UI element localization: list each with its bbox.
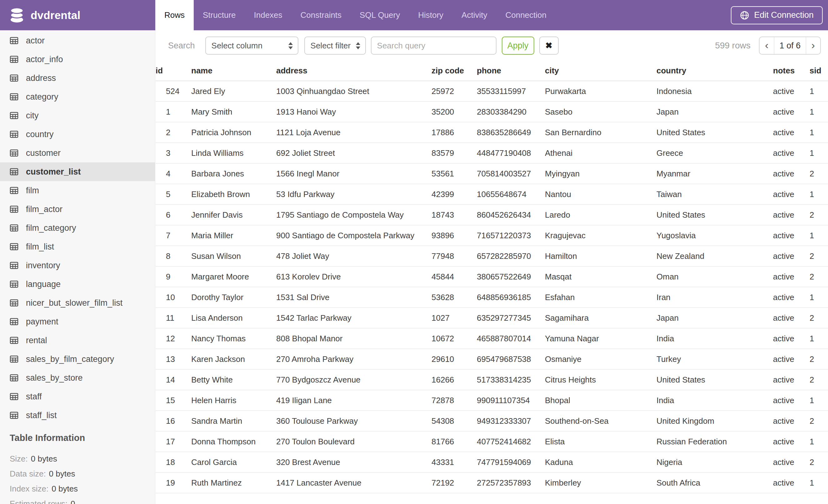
cell-phone: 716571220373 [477,225,545,246]
column-header[interactable]: city [545,61,657,81]
next-page-button[interactable]: › [806,37,820,54]
cell-notes: active [773,143,810,163]
tab[interactable]: Constraints [292,0,351,30]
pagination-control: ‹ 1 of 6 › [759,37,821,55]
cell-sid: 2 [810,204,828,225]
table-row[interactable]: 13 Karen Jackson 270 Amroha Parkway 2961… [156,349,828,369]
sidebar-item-table[interactable]: city [0,106,155,125]
cell-sid: 2 [810,163,828,184]
page-indicator: 1 of 6 [774,37,806,54]
sidebar-item-table[interactable]: customer_list [0,163,155,181]
sidebar-item-table[interactable]: country [0,125,155,144]
table-row[interactable]: 14 Betty White 770 Bydgoszcz Avenue 1626… [156,369,828,390]
sidebar-item-table[interactable]: staff [0,387,155,406]
tab[interactable]: Rows [155,0,194,30]
search-label: Search [168,41,195,51]
edit-connection-button[interactable]: Edit Connection [731,6,823,25]
column-header[interactable]: phone [477,61,545,81]
table-row[interactable]: 17 Donna Thompson 270 Toulon Boulevard 8… [156,431,828,452]
cell-notes: active [773,163,810,184]
table-row[interactable]: 6 Jennifer Davis 1795 Santiago de Compos… [156,204,828,225]
table-row[interactable]: 19 Ruth Martinez 1417 Lancaster Avenue 7… [156,472,828,493]
cell-name: Linda Williams [191,143,276,163]
cell-notes: active [773,101,810,122]
table-row[interactable]: 12 Nancy Thomas 808 Bhopal Manor 10672 4… [156,328,828,349]
table-row[interactable]: 11 Lisa Anderson 1542 Tarlac Parkway 102… [156,308,828,328]
sidebar-item-table[interactable]: actor_info [0,50,155,69]
sidebar-item-table[interactable]: film [0,181,155,200]
sidebar-item-table[interactable]: film_actor [0,200,155,219]
tab[interactable]: History [409,0,452,30]
table-row[interactable]: 15 Helen Harris 419 Iligan Lane 72878 99… [156,390,828,411]
cell-address: 613 Korolev Drive [276,266,431,287]
sidebar-item-table[interactable]: language [0,275,155,293]
tab-label: Activity [461,10,487,20]
sidebar-item-table[interactable]: category [0,87,155,106]
select-column-dropdown[interactable]: Select column [205,37,298,55]
cell-country: South Africa [657,472,773,493]
table-icon [9,111,19,120]
cell-address: 770 Bydgoszcz Avenue [276,369,431,390]
column-header[interactable]: sid [810,61,828,81]
select-filter-dropdown[interactable]: Select filter [304,37,366,55]
apply-button[interactable]: Apply [502,37,534,55]
cell-id: 12 [156,328,191,349]
cell-notes: active [773,431,810,452]
cell-zip-code: 29610 [431,349,477,369]
column-header[interactable]: country [657,61,773,81]
column-header[interactable]: notes [773,61,810,81]
clear-search-button[interactable]: ✖ [539,37,559,55]
column-header[interactable]: id [156,61,191,81]
column-header[interactable]: address [276,61,431,81]
cell-name: Lisa Anderson [191,308,276,328]
sidebar-item-table[interactable]: staff_list [0,406,155,425]
sidebar-item-table[interactable]: nicer_but_slower_film_list [0,293,155,312]
sidebar-item-table[interactable]: actor [0,31,155,50]
cell-notes: active [773,184,810,204]
column-header[interactable]: name [191,61,276,81]
tab[interactable]: Activity [452,0,496,30]
app-window: dvdrental Rows Structure Indexes Constra… [0,0,828,504]
table-name-label: film_category [26,223,76,233]
cell-id: 17 [156,431,191,452]
table-row[interactable]: 5 Elizabeth Brown 53 Idfu Parkway 42399 … [156,184,828,204]
table-row[interactable]: 9 Margaret Moore 613 Korolev Drive 45844… [156,266,828,287]
table-row[interactable]: 4 Barbara Jones 1566 Inegl Manor 53561 7… [156,163,828,184]
cell-notes: active [773,225,810,246]
sidebar-item-table[interactable]: payment [0,312,155,331]
cell-city: Citrus Heights [545,369,657,390]
tab[interactable]: Indexes [245,0,292,30]
sidebar-item-table[interactable]: customer [0,144,155,163]
table-row[interactable]: 1 Mary Smith 1913 Hanoi Way 35200 283033… [156,101,828,122]
cell-phone: 28303384290 [477,101,545,122]
tab[interactable]: Connection [496,0,555,30]
sidebar-item-table[interactable]: inventory [0,256,155,275]
cell-sid: 1 [810,431,828,452]
table-row[interactable]: 2 Patricia Johnson 1121 Loja Avenue 1788… [156,122,828,143]
tab[interactable]: Structure [194,0,245,30]
cell-country: United States [657,122,773,143]
table-row[interactable]: 524 Jared Ely 1003 Qinhuangdao Street 25… [156,81,828,101]
sidebar-item-table[interactable]: address [0,69,155,87]
tab[interactable]: SQL Query [350,0,409,30]
cell-city: Sasebo [545,101,657,122]
cell-address: 270 Toulon Boulevard [276,431,431,452]
table-row[interactable]: 8 Susan Wilson 478 Joliet Way 77948 6572… [156,246,828,266]
sidebar-item-table[interactable]: rental [0,331,155,350]
table-row[interactable]: 16 Sandra Martin 360 Toulouse Parkway 54… [156,411,828,431]
table-row[interactable]: 10 Dorothy Taylor 1531 Sal Drive 53628 6… [156,287,828,308]
sidebar-item-table[interactable]: film_list [0,237,155,256]
search-query-input[interactable] [371,37,496,55]
previous-page-button[interactable]: ‹ [759,37,774,54]
table-list: actor actor_info [0,31,155,425]
sidebar-item-table[interactable]: sales_by_film_category [0,350,155,368]
sidebar-item-table[interactable]: film_category [0,219,155,237]
table-row[interactable]: 18 Carol Garcia 320 Brest Avenue 43331 7… [156,452,828,472]
table-row[interactable]: 3 Linda Williams 692 Joliet Street 83579… [156,143,828,163]
sidebar-item-table[interactable]: sales_by_store [0,368,155,387]
table-information-row: Index size: 0 bytes [10,481,155,496]
column-header[interactable]: zip code [431,61,477,81]
table-row[interactable]: 7 Maria Miller 900 Santiago de Compostel… [156,225,828,246]
cell-phone: 465887807014 [477,328,545,349]
cell-zip-code: 18743 [431,204,477,225]
